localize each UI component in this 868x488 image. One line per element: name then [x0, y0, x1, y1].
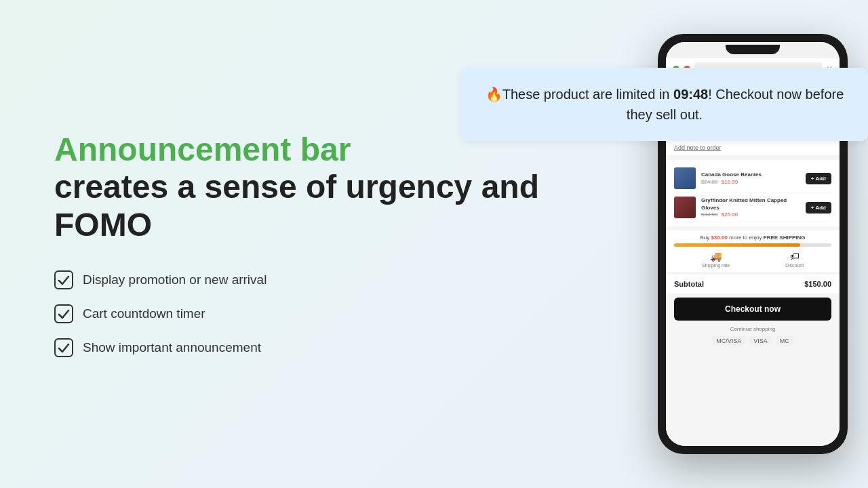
announcement-text-before: These product are limited in — [502, 87, 673, 102]
upsell-new-price-2: $25.00 — [722, 211, 738, 218]
shipping-bar-section: Buy $30.00 more to enjoy FREE SHIPPING 🚚… — [666, 230, 840, 272]
main-title: Announcement bar creates a sense of urge… — [54, 131, 542, 243]
shipping-amount: $30.00 — [711, 235, 727, 241]
title-dark: creates a sense of urgency and FOMO — [54, 169, 539, 242]
upsell-price-1: $24.00 $18.99 — [701, 179, 800, 185]
subtotal-label: Subtotal — [674, 280, 704, 288]
visa-icon: VISA — [749, 336, 772, 346]
shipping-truck-icon: 🚚 — [710, 251, 722, 262]
fire-emoji: 🔥 — [486, 87, 502, 102]
feature-item-1: Display promotion or new arrival — [54, 270, 542, 289]
discount-icon: 🏷 — [790, 251, 800, 262]
feature-text-2: Cart countdown timer — [83, 306, 205, 321]
svg-rect-0 — [55, 271, 73, 289]
progress-bar-bg — [674, 243, 831, 247]
feature-item-3: Show important announcement — [54, 338, 542, 357]
upsell-name-2: Gryffindor Knitted Mitten Capped Gloves — [701, 197, 800, 211]
progress-bar-fill — [674, 243, 800, 247]
discount-label: Discount — [785, 263, 804, 268]
feature-text-1: Display promotion or new arrival — [83, 272, 267, 287]
upsell-old-price-1: $24.00 — [701, 179, 717, 185]
upsell-old-price-2: $34.00 — [701, 211, 717, 218]
upsell-image-2-placeholder — [674, 197, 696, 218]
checkout-button[interactable]: Checkout now — [674, 298, 831, 321]
mastercard-visa-icon: MC/VISA — [712, 336, 745, 346]
upsell-image-1-placeholder — [674, 167, 696, 189]
svg-rect-2 — [55, 339, 73, 357]
cart-body: − 1 + Remove Add note to order — [666, 102, 840, 446]
upsell-item-1: Canada Goose Beanies $24.00 $18.99 + Add — [674, 164, 831, 193]
upsell-price-2: $34.00 $25.00 — [701, 211, 800, 218]
shipping-rate-item: 🚚 Shipping rate — [702, 251, 730, 268]
shipping-rate-label: Shipping rate — [702, 263, 730, 268]
phone-notch — [666, 42, 840, 58]
right-section: 🔥These product are limited in 09:48! Che… — [583, 0, 868, 488]
countdown-timer: 09:48 — [673, 87, 708, 102]
discount-item: 🏷 Discount — [785, 251, 804, 268]
check-icon-1 — [54, 270, 73, 289]
upsell-section: Canada Goose Beanies $24.00 $18.99 + Add — [666, 160, 840, 226]
mastercard-icon: MC — [776, 336, 793, 346]
upsell-details-1: Canada Goose Beanies $24.00 $18.99 — [701, 171, 800, 184]
continue-shopping-link[interactable]: Continue shopping — [666, 325, 840, 333]
upsell-item-2: Gryffindor Knitted Mitten Capped Gloves … — [674, 193, 831, 222]
subtotal-value: $150.00 — [804, 280, 831, 288]
announcement-bar: 🔥These product are limited in 09:48! Che… — [461, 68, 868, 141]
upsell-name-1: Canada Goose Beanies — [701, 171, 800, 178]
feature-list: Display promotion or new arrival Cart co… — [54, 270, 542, 357]
title-highlight: Announcement bar — [54, 131, 351, 167]
shipping-icons-row: 🚚 Shipping rate 🏷 Discount — [674, 251, 831, 268]
free-shipping-label: FREE SHIPPING — [764, 235, 806, 241]
upsell-add-button-1[interactable]: + Add — [806, 173, 831, 184]
notch-bar — [726, 45, 780, 54]
svg-rect-1 — [55, 305, 73, 323]
upsell-image-1 — [674, 167, 696, 189]
upsell-add-button-2[interactable]: + Add — [806, 202, 831, 214]
upsell-image-2 — [674, 197, 696, 218]
feature-text-3: Show important announcement — [83, 340, 261, 355]
add-note-button[interactable]: Add note to order — [666, 140, 840, 156]
subtotal-row: Subtotal $150.00 — [666, 274, 840, 293]
payment-icons: MC/VISA VISA MC — [666, 333, 840, 351]
feature-item-2: Cart countdown timer — [54, 304, 542, 323]
check-icon-2 — [54, 304, 73, 323]
shipping-prefix: Buy — [700, 235, 711, 241]
shipping-middle: more to enjoy — [728, 235, 764, 241]
upsell-new-price-1: $18.99 — [722, 179, 738, 185]
shipping-text: Buy $30.00 more to enjoy FREE SHIPPING — [674, 235, 831, 241]
upsell-details-2: Gryffindor Knitted Mitten Capped Gloves … — [701, 197, 800, 218]
check-icon-3 — [54, 338, 73, 357]
